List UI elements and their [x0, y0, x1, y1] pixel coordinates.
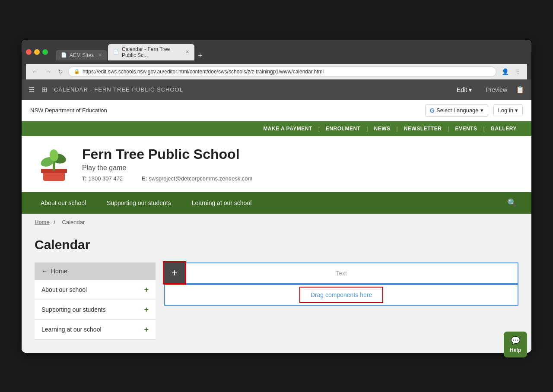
nav-bar: MAKE A PAYMENT | ENROLMENT | NEWS | NEWS…: [22, 121, 531, 136]
tab-aem-sites[interactable]: 📄 AEM Sites ✕: [56, 50, 107, 60]
search-icon[interactable]: 🔍: [501, 192, 523, 214]
back-arrow-icon: ←: [41, 268, 48, 275]
school-logo: [35, 145, 73, 183]
tab-label: AEM Sites: [70, 52, 94, 58]
publish-icon[interactable]: 📋: [516, 85, 524, 94]
sidebar-home-label: Home: [51, 268, 67, 275]
edit-button[interactable]: Edit ▾: [451, 84, 477, 96]
school-contact: T: 1300 307 472 E: swsproject@detcorpcom…: [82, 175, 270, 182]
email-label: E: swsproject@detcorpcomms.zendesk.com: [142, 175, 261, 182]
school-name: Fern Tree Public School: [82, 146, 270, 162]
page-body: ← Home About our school + Supporting our…: [22, 262, 531, 353]
main-nav-learning[interactable]: Learning at our school: [181, 193, 262, 212]
breadcrumb-separator: /: [54, 219, 55, 225]
select-language-label: Select Language: [436, 107, 479, 114]
google-icon: G: [430, 107, 435, 114]
tab-close-calendar[interactable]: ✕: [185, 49, 189, 55]
drag-drop-area: Drag components here: [164, 284, 518, 306]
back-button[interactable]: ←: [30, 67, 40, 76]
sidebar-add-about-icon[interactable]: +: [144, 285, 149, 294]
school-tagline: Play the game: [82, 164, 270, 172]
page-title-area: Calendar: [22, 231, 531, 262]
nav-enrolment[interactable]: ENROLMENT: [320, 121, 367, 136]
minimize-button[interactable]: [34, 49, 40, 55]
refresh-button[interactable]: ↻: [56, 67, 65, 76]
sidebar-item-supporting: Supporting our students +: [35, 300, 156, 320]
browser-actions: 👤 ⋮: [500, 67, 523, 76]
more-button[interactable]: ⋮: [513, 67, 523, 76]
tab-icon-calendar: 📄: [113, 49, 119, 55]
chevron-down-icon: ▾: [480, 107, 483, 114]
aem-toolbar-right: Edit ▾ Preview 📋: [451, 84, 524, 96]
top-bar: NSW Department of Education G Select Lan…: [22, 100, 531, 121]
school-info: Fern Tree Public School Play the game T:…: [82, 146, 270, 182]
text-placeholder: Text: [165, 264, 518, 283]
address-bar-row: ← → ↻ 🔒 https://edit.sws.schools.nsw.gov…: [26, 64, 527, 79]
nav-newsletter[interactable]: NEWSLETTER: [398, 121, 448, 136]
url-text: https://edit.sws.schools.nsw.gov.au/edit…: [83, 69, 491, 75]
edit-label: Edit: [457, 86, 467, 93]
help-label: Help: [510, 347, 521, 353]
sidebar-home-link[interactable]: ← Home: [35, 262, 156, 280]
traffic-lights: [26, 49, 48, 55]
profile-button[interactable]: 👤: [500, 67, 511, 76]
breadcrumb-home[interactable]: Home: [35, 219, 50, 225]
help-button[interactable]: 💬 Help: [504, 332, 527, 353]
forward-button[interactable]: →: [43, 67, 53, 76]
nav-events[interactable]: EVENTS: [449, 121, 483, 136]
nav-make-payment[interactable]: MAKE A PAYMENT: [257, 121, 318, 136]
phone-label: T: 1300 307 472: [82, 175, 131, 182]
chevron-down-icon: ▾: [515, 107, 518, 114]
breadcrumb-current: Calendar: [62, 219, 85, 225]
aem-toolbar-left: ☰ ⊞ CALENDAR - FERN TREE PUBLIC SCHOOL: [29, 85, 183, 94]
sidebar-item-learning: Learning at our school +: [35, 320, 156, 340]
grid-icon[interactable]: ⊞: [41, 85, 47, 94]
tab-close-aem[interactable]: ✕: [98, 52, 102, 58]
main-content: + Text Drag components here: [164, 262, 518, 340]
sidebar-add-supporting-icon[interactable]: +: [144, 305, 149, 314]
sidebar-item-about-label[interactable]: About our school: [41, 286, 87, 293]
sidebar-item-learning-label[interactable]: Learning at our school: [41, 326, 102, 333]
school-header: Fern Tree Public School Play the game T:…: [22, 136, 531, 192]
close-button[interactable]: [26, 49, 32, 55]
select-language-button[interactable]: G Select Language ▾: [425, 104, 488, 117]
browser-tabs: 📄 AEM Sites ✕ 📄 Calendar - Fern Tree Pub…: [56, 44, 527, 60]
preview-button[interactable]: Preview: [480, 84, 512, 96]
nav-news[interactable]: NEWS: [368, 121, 397, 136]
sidebar-item-supporting-label[interactable]: Supporting our students: [41, 306, 106, 313]
new-tab-button[interactable]: +: [195, 51, 205, 60]
site-content: NSW Department of Education G Select Lan…: [22, 100, 531, 353]
breadcrumb: Home / Calendar: [22, 214, 531, 231]
drag-components-label: Drag components here: [311, 291, 372, 298]
page-title: Calendar: [35, 237, 518, 252]
lock-icon: 🔒: [74, 69, 80, 74]
tab-calendar[interactable]: 📄 Calendar - Fern Tree Public Sc... ✕: [108, 44, 194, 60]
sidebar-add-learning-icon[interactable]: +: [144, 325, 149, 334]
sidebar-nav: ← Home About our school + Supporting our…: [35, 262, 156, 340]
login-label: Log in: [498, 107, 513, 114]
maximize-button[interactable]: [42, 49, 48, 55]
chevron-down-icon: ▾: [469, 86, 472, 93]
aem-page-title: CALENDAR - FERN TREE PUBLIC SCHOOL: [54, 86, 183, 93]
sidebar-toggle-icon[interactable]: ☰: [29, 85, 35, 94]
aem-toolbar: ☰ ⊞ CALENDAR - FERN TREE PUBLIC SCHOOL E…: [22, 79, 531, 100]
tab-label-calendar: Calendar - Fern Tree Public Sc...: [122, 46, 181, 58]
drag-drop-zone[interactable]: Drag components here: [299, 287, 383, 303]
tab-icon: 📄: [61, 52, 67, 58]
content-text-area: + Text: [164, 262, 518, 284]
add-component-button[interactable]: +: [164, 262, 185, 283]
main-nav-about[interactable]: About our school: [30, 193, 96, 212]
top-bar-right: G Select Language ▾ Log in ▾: [425, 104, 523, 117]
login-button[interactable]: Log in ▾: [493, 104, 523, 116]
sidebar-item-about: About our school +: [35, 280, 156, 300]
nav-gallery[interactable]: GALLERY: [485, 121, 523, 136]
address-bar[interactable]: 🔒 https://edit.sws.schools.nsw.gov.au/ed…: [68, 66, 496, 77]
main-nav: About our school Supporting our students…: [22, 192, 531, 214]
help-icon: 💬: [511, 336, 520, 345]
department-name: NSW Department of Education: [30, 107, 107, 114]
main-nav-supporting[interactable]: Supporting our students: [96, 193, 181, 212]
